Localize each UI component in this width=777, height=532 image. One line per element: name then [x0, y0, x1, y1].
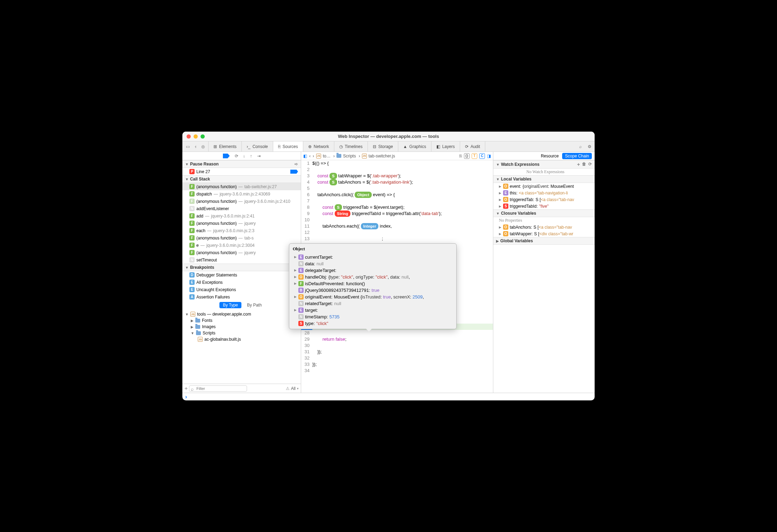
add-watch-icon[interactable]: +	[577, 162, 580, 167]
dropdown-icon[interactable]: ▾	[297, 387, 299, 390]
code-line[interactable]: 9 const String triggeredTabId = triggere…	[301, 210, 493, 217]
pause-reason-header[interactable]: ▼ Pause Reason ➪	[182, 160, 301, 168]
step-out-icon[interactable]: ↑	[250, 154, 252, 158]
call-stack-frame[interactable]: Fdispatch — jquery-3.6.0.min.js:2:43069	[182, 190, 301, 198]
search-icon[interactable]: ⌕	[577, 143, 583, 150]
scope-variable-row[interactable]: ▶O tabAnchors: S [<a class="tab-nav	[493, 224, 595, 230]
crumb[interactable]: Scripts	[342, 154, 357, 158]
scope-chain-tab[interactable]: Scope Chain	[562, 153, 592, 159]
filter-all[interactable]: All	[291, 386, 296, 391]
step-icon[interactable]: ⇥	[257, 154, 261, 158]
console-prompt[interactable]: ›	[182, 393, 595, 400]
scope-variable-row[interactable]: ▶O triggeredTab: S [<a class="tab-nav	[493, 196, 595, 203]
navigate-icon[interactable]: ➪	[295, 162, 298, 167]
code-line[interactable]: 1$(() => {	[301, 160, 493, 167]
toggle-right-sidebar-icon[interactable]: ◨	[487, 154, 491, 158]
popover-property-row[interactable]: ▶N data: null	[293, 260, 453, 267]
crumb[interactable]: tab-switcher.js	[368, 154, 396, 158]
call-stack-header[interactable]: ▼ Call Stack	[182, 175, 301, 183]
popover-property-row[interactable]: ▶B jQuery36008924375739412791: true	[293, 287, 453, 294]
step-into-icon[interactable]: ↓	[243, 154, 245, 158]
add-button[interactable]: +	[184, 385, 188, 392]
code-line[interactable]: 12	[301, 229, 493, 236]
tree-folder[interactable]: ▶Images	[182, 324, 301, 330]
tree-folder[interactable]: ▶Fonts	[182, 317, 301, 324]
tab-storage[interactable]: ⊟Storage	[368, 141, 398, 152]
call-stack-frame[interactable]: Fadd — jquery-3.6.0.min.js:2:41	[182, 212, 301, 220]
code-line[interactable]: 28	[301, 330, 493, 336]
breakpoint-row[interactable]: EAll Exceptions	[182, 279, 301, 286]
code-line[interactable]: 3 const S tabWrapper = $('.tab-wrapper')…	[301, 173, 493, 179]
scope-variable-row[interactable]: ▶O tabWrapper: S [<div class="tab-wr	[493, 230, 595, 237]
resource-tab[interactable]: Resource	[541, 154, 559, 158]
copy-icon[interactable]: ⎘	[459, 154, 462, 158]
code-line[interactable]: 32	[301, 355, 493, 361]
toggle-sidebar-icon[interactable]: ◧	[303, 154, 307, 158]
code-line[interactable]: 6 tabAnchors.click(( Object event) => {	[301, 192, 493, 198]
call-stack-frame[interactable]: NsetTimeout	[182, 256, 301, 264]
by-type-button[interactable]: By Type	[219, 302, 241, 308]
tree-file[interactable]: JSac-globalnav.built.js	[182, 336, 301, 342]
resume-button[interactable]	[223, 154, 230, 158]
call-stack-frame[interactable]: F(anonymous function) — jquery	[182, 220, 301, 227]
popover-property-row[interactable]: ▶E target:	[293, 307, 453, 313]
by-path-button[interactable]: By Path	[245, 302, 264, 308]
code-line[interactable]: 10	[301, 217, 493, 223]
code-line[interactable]: 4 const S tabAnchors = $('.tab-navigatio…	[301, 179, 493, 185]
prettify-button[interactable]: {}	[464, 153, 470, 159]
code-line[interactable]: 7	[301, 198, 493, 204]
call-stack-frame[interactable]: F(anonymous function) — jquery-3.6.0.min…	[182, 198, 301, 205]
code-line[interactable]: 5	[301, 185, 493, 192]
code-line[interactable]: 11 tabAnchors.each(( Integer index,	[301, 223, 493, 229]
popover-property-row[interactable]: ▶O originalEvent: MouseEvent {isTrusted:…	[293, 294, 453, 300]
popover-property-row[interactable]: ▶O handleObj: {type: "click", origType: …	[293, 274, 453, 280]
tab-audit[interactable]: ⟳Audit	[460, 141, 485, 152]
tree-root[interactable]: ▼ JS tools — developer.apple.com	[182, 311, 301, 317]
code-line[interactable]: 29 return false;	[301, 336, 493, 342]
call-stack-frame[interactable]: Fe — jquery-3.6.0.min.js:2:3004	[182, 242, 301, 249]
watch-header[interactable]: ▼ Watch Expressions + 🗑 ⟳	[493, 160, 595, 169]
nav-forward-icon[interactable]: ›	[313, 154, 314, 158]
tab-layers[interactable]: ◧Layers	[431, 141, 460, 152]
filter-input[interactable]	[189, 385, 247, 392]
breakpoint-row[interactable]: DDebugger Statements	[182, 271, 301, 279]
target-icon[interactable]: ◎	[200, 143, 206, 150]
call-stack-frame[interactable]: NaddEventListener	[182, 205, 301, 212]
code-line[interactable]: 8 const S triggeredTab = $(event.target)…	[301, 204, 493, 210]
tab-elements[interactable]: ⊞Elements	[209, 141, 242, 152]
call-stack-frame[interactable]: F(anonymous function) — jquery	[182, 249, 301, 256]
breakpoint-row[interactable]: EUncaught Exceptions	[182, 286, 301, 293]
code-line[interactable]: 30	[301, 342, 493, 349]
coverage-button[interactable]: C	[479, 153, 485, 159]
code-line[interactable]: 31 });	[301, 349, 493, 355]
popover-property-row[interactable]: ▶E currentTarget:	[293, 254, 453, 260]
pause-reason-row[interactable]: P Line 27	[182, 168, 301, 175]
scope-variable-row[interactable]: ▶O event: {originalEvent: MouseEvent	[493, 183, 595, 190]
dock-bottom-icon[interactable]: ⫞	[192, 143, 198, 150]
call-stack-frame[interactable]: F(anonymous function) — tab-switcher.js:…	[182, 183, 301, 190]
call-stack-frame[interactable]: Feach — jquery-3.6.0.min.js:2:3	[182, 227, 301, 234]
tree-folder[interactable]: ▼Scripts	[182, 330, 301, 336]
tab-timelines[interactable]: ◷Timelines	[334, 141, 368, 152]
breakpoint-row[interactable]: AAssertion Failures	[182, 293, 301, 301]
closure-vars-header[interactable]: ▼ Closure Variables	[493, 209, 595, 217]
breakpoints-header[interactable]: ▼ Breakpoints	[182, 264, 301, 271]
global-vars-header[interactable]: ▶ Global Variables	[493, 237, 595, 245]
popover-property-row[interactable]: ▶S type: "click"	[293, 320, 453, 327]
trash-icon[interactable]: 🗑	[582, 162, 586, 167]
call-stack-frame[interactable]: F(anonymous function) — tab-s	[182, 234, 301, 242]
popover-property-row[interactable]: ▶N relatedTarget: null	[293, 300, 453, 307]
crumb[interactable]: to…	[322, 154, 332, 158]
code-line[interactable]: 33});	[301, 361, 493, 368]
warning-icon[interactable]: ⚠	[286, 386, 290, 391]
scope-variable-row[interactable]: ▶E this: <a class="tab-navigation-li	[493, 190, 595, 196]
code-line[interactable]: 34	[301, 368, 493, 374]
code-line[interactable]: 13 ;	[301, 236, 493, 242]
type-profile-button[interactable]: T	[472, 153, 477, 159]
settings-icon[interactable]: ⚙	[586, 143, 593, 150]
refresh-icon[interactable]: ⟳	[588, 162, 592, 167]
step-over-icon[interactable]: ⟳	[235, 154, 238, 158]
scope-variable-row[interactable]: ▶S triggeredTabId: "five"	[493, 203, 595, 209]
tab-console[interactable]: ›_Console	[242, 141, 273, 152]
tab-graphics[interactable]: ▲Graphics	[398, 141, 431, 152]
